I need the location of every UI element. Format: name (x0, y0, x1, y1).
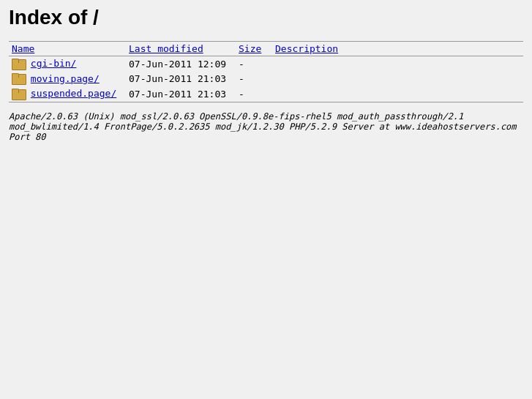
sort-modified-link[interactable]: Last modified (129, 43, 203, 54)
folder-icon (12, 89, 25, 100)
file-link[interactable]: moving.page/ (31, 73, 100, 84)
last-modified-cell: 07-Jun-2011 21:03 (126, 86, 236, 102)
last-modified-cell: 07-Jun-2011 21:03 (126, 72, 236, 87)
size-cell: - (236, 86, 272, 102)
table-row: moving.page/07-Jun-2011 21:03- (9, 72, 523, 87)
size-cell: - (236, 72, 272, 87)
page-title: Index of / (9, 6, 523, 29)
table-row: cgi-bin/07-Jun-2011 12:09- (9, 56, 523, 72)
folder-icon (12, 59, 25, 70)
last-modified-cell: 07-Jun-2011 12:09 (126, 56, 236, 72)
table-row: suspended.page/07-Jun-2011 21:03- (9, 86, 523, 102)
description-cell (272, 72, 523, 87)
description-cell (272, 56, 523, 72)
server-info: Apache/2.0.63 (Unix) mod_ssl/2.0.63 Open… (9, 111, 523, 142)
size-cell: - (236, 56, 272, 72)
folder-icon (12, 73, 25, 85)
file-link[interactable]: suspended.page/ (31, 88, 116, 99)
file-name-cell: moving.page/ (9, 72, 126, 87)
sort-name-link[interactable]: Name (12, 43, 34, 54)
directory-listing: Name Last modified Size Description cgi-… (9, 41, 523, 102)
description-cell (272, 86, 523, 102)
file-name-cell: suspended.page/ (9, 86, 126, 102)
sort-size-link[interactable]: Size (239, 43, 261, 54)
sort-description-link[interactable]: Description (275, 43, 338, 54)
file-name-cell: cgi-bin/ (9, 56, 126, 72)
file-link[interactable]: cgi-bin/ (31, 58, 77, 69)
